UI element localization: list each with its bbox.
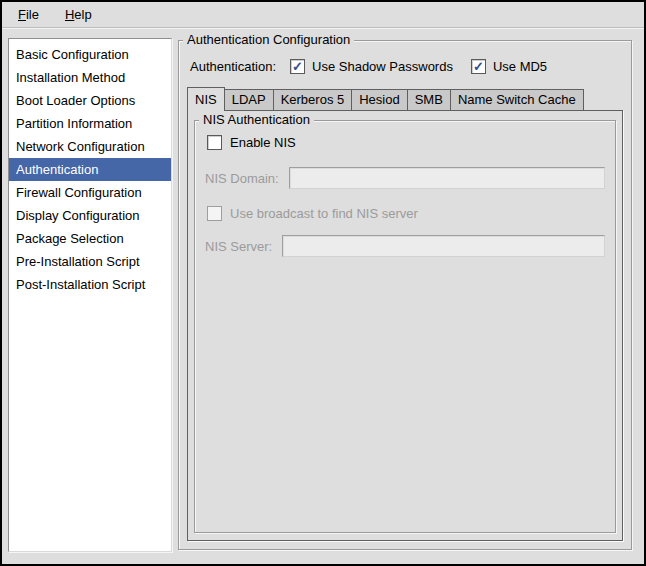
- sidebar-item-partition-information[interactable]: Partition Information: [9, 112, 171, 135]
- sidebar-item-basic-configuration[interactable]: Basic Configuration: [9, 43, 171, 66]
- sidebar-item-network-configuration[interactable]: Network Configuration: [9, 135, 171, 158]
- checkbox-label: Use broadcast to find NIS server: [230, 206, 418, 221]
- md5-checkbox[interactable]: Use MD5: [471, 59, 547, 74]
- auth-config-frame-title: Authentication Configuration: [183, 32, 354, 47]
- enable-nis-checkbox[interactable]: Enable NIS: [207, 135, 605, 150]
- tab-nis[interactable]: NIS: [187, 87, 225, 111]
- auth-notebook: NIS LDAP Kerberos 5 Hesiod SMB Name Swit…: [187, 87, 623, 541]
- menu-item-file[interactable]: File: [12, 5, 45, 24]
- menubar: File Help: [2, 2, 644, 28]
- menu-item-help[interactable]: Help: [59, 5, 98, 24]
- app-window: File Help Basic Configuration Installati…: [0, 0, 646, 566]
- sidebar-item-post-installation-script[interactable]: Post-Installation Script: [9, 273, 171, 296]
- tab-bar: NIS LDAP Kerberos 5 Hesiod SMB Name Swit…: [187, 87, 623, 110]
- shadow-passwords-checkbox[interactable]: Use Shadow Passwords: [290, 59, 453, 74]
- config-category-list: Basic Configuration Installation Method …: [8, 38, 172, 552]
- broadcast-checkbox[interactable]: Use broadcast to find NIS server: [207, 206, 605, 221]
- authentication-label: Authentication:: [190, 59, 276, 74]
- checkbox-label: Use MD5: [493, 59, 547, 74]
- tab-ldap[interactable]: LDAP: [224, 89, 274, 110]
- checkbox-checked-icon: [471, 59, 486, 74]
- nis-server-label: NIS Server:: [205, 239, 272, 254]
- auth-config-frame: Authentication Configuration Authenticat…: [178, 40, 632, 550]
- nis-domain-label: NIS Domain:: [205, 171, 279, 186]
- checkbox-checked-icon: [290, 59, 305, 74]
- tab-smb[interactable]: SMB: [407, 89, 451, 110]
- nis-domain-input[interactable]: [289, 167, 605, 189]
- sidebar-item-pre-installation-script[interactable]: Pre-Installation Script: [9, 250, 171, 273]
- checkbox-unchecked-icon: [207, 206, 222, 221]
- nis-server-input[interactable]: [282, 235, 605, 257]
- tab-kerberos-5[interactable]: Kerberos 5: [273, 89, 353, 110]
- checkbox-label: Enable NIS: [230, 135, 296, 150]
- nis-auth-frame: NIS Authentication Enable NIS NIS Domain…: [194, 120, 616, 533]
- sidebar-item-firewall-configuration[interactable]: Firewall Configuration: [9, 181, 171, 204]
- nis-server-row: NIS Server:: [205, 235, 605, 257]
- notebook-page-nis: NIS Authentication Enable NIS NIS Domain…: [187, 110, 623, 541]
- checkbox-label: Use Shadow Passwords: [312, 59, 453, 74]
- tab-name-switch-cache[interactable]: Name Switch Cache: [450, 89, 584, 110]
- nis-domain-row: NIS Domain:: [205, 167, 605, 189]
- sidebar-item-display-configuration[interactable]: Display Configuration: [9, 204, 171, 227]
- nis-auth-frame-title: NIS Authentication: [199, 112, 314, 127]
- sidebar-item-package-selection[interactable]: Package Selection: [9, 227, 171, 250]
- tab-hesiod[interactable]: Hesiod: [351, 89, 407, 110]
- sidebar-item-boot-loader-options[interactable]: Boot Loader Options: [9, 89, 171, 112]
- sidebar-item-installation-method[interactable]: Installation Method: [9, 66, 171, 89]
- sidebar-item-authentication[interactable]: Authentication: [9, 158, 171, 181]
- authentication-options-row: Authentication: Use Shadow Passwords Use…: [190, 54, 623, 78]
- checkbox-unchecked-icon: [207, 135, 222, 150]
